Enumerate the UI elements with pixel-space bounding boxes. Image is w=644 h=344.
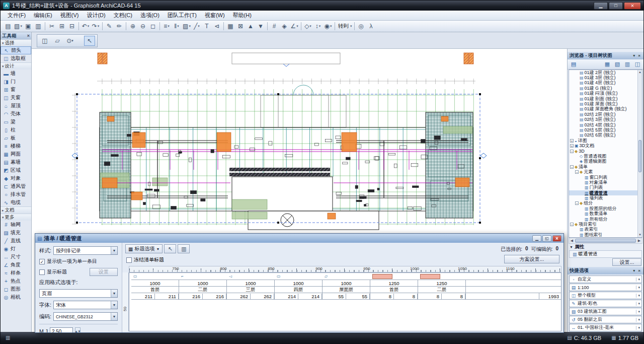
toolbar-layers[interactable]: ≡▾ [162, 22, 172, 31]
tool-shell[interactable]: ◠壳体 [1, 110, 31, 118]
maximize-button[interactable]: □ [609, 2, 623, 10]
toolbox-section-2[interactable]: ▸文档 [1, 207, 31, 214]
dialog-title-bar[interactable]: ▤ 清单 / 暖通管道 ▁ ◱ × [35, 234, 564, 243]
cursor-tool-button[interactable]: ↖ [164, 244, 176, 253]
toolbar-open[interactable]: ▧▾ [13, 22, 23, 31]
tree-horizontal-scrollbar[interactable]: ◀ ▶ [569, 238, 642, 244]
title-bar[interactable]: A 1号楼_结构+建筑+设备 - Graphisoft ArchiCAD-64 … [1, 1, 643, 11]
print-preview-button[interactable]: ▥ [178, 244, 190, 253]
quick-option-custom[interactable]: ◦自定义▾ [569, 276, 642, 283]
toolbar-camera[interactable]: ◉▾ [323, 22, 333, 31]
tool-door[interactable]: ◨门 [1, 78, 31, 86]
mj-input[interactable]: 2.50 [50, 327, 73, 332]
menu-item-1[interactable]: 编辑(E) [30, 11, 56, 20]
tool-skylight[interactable]: ◫天窗 [1, 94, 31, 102]
tool-wall[interactable]: ▬墙 [1, 70, 31, 78]
dialog-close-button[interactable]: × [552, 235, 561, 242]
scroll-up-icon[interactable]: ▲ [638, 70, 642, 75]
tool-stair[interactable]: ≡楼梯 [1, 142, 31, 150]
tree-item-29[interactable]: −◆项目索引 [569, 222, 642, 227]
toolbar-new[interactable]: ▤ [3, 22, 13, 31]
stepper-control[interactable]: ▲▼ [75, 327, 80, 332]
tool-camera[interactable]: ◎相机 [1, 293, 31, 301]
tree-item-18[interactable]: −◆清单 [569, 164, 642, 169]
menu-item-6[interactable]: 团队工作(T) [164, 11, 201, 20]
toolbar-zoom-out[interactable]: ⊖ [138, 22, 148, 31]
headline-settings-button[interactable]: 设置 [90, 268, 118, 276]
quick-options-header[interactable]: 快捷选项 ▾ × [568, 267, 643, 274]
tool-roof[interactable]: ⌂屋顶 [1, 102, 31, 110]
tool-grid[interactable]: #轴网 [1, 221, 31, 229]
tool-zone[interactable]: ◩区域 [1, 166, 31, 174]
toolbar-redo[interactable]: ↷▾ [91, 22, 101, 31]
menu-item-2[interactable]: 视图(V) [56, 11, 83, 20]
toolbar-print[interactable]: ▥ [33, 22, 43, 31]
toolbar-line-types[interactable]: ╱▾ [192, 22, 202, 31]
toolbar-text-style[interactable]: T [202, 22, 212, 31]
tool-dimension[interactable]: ↔尺寸 [1, 253, 31, 261]
quick-option-pen-set[interactable]: ✎建筑-彩色▾ [569, 300, 642, 307]
toolbar-cut[interactable]: ✂ [47, 22, 57, 31]
toolbar-send-backward[interactable]: ▼ [256, 22, 266, 31]
tool-cable[interactable]: ∿电缆 [1, 198, 31, 207]
toolbar-inject-parameters[interactable]: ✏ [114, 22, 124, 31]
toolbox-header[interactable]: 工具箱 × [1, 32, 31, 39]
tree-item-30[interactable]: ▥表索引 [569, 227, 642, 232]
font-select[interactable]: 宋体 ▼ [53, 301, 118, 309]
toolbar-pick-parameters[interactable]: ✎ [104, 22, 114, 31]
toolbar-undo[interactable]: ↶▾ [80, 22, 91, 31]
toolbar-3d-view[interactable]: ◇▾ [303, 22, 313, 31]
menu-item-0[interactable]: 文件(F) [4, 11, 30, 20]
context-arrow-cursor[interactable]: ↖ [84, 36, 95, 46]
quick-option-scale[interactable]: ▤1:100▾ [569, 284, 642, 291]
menu-item-4[interactable]: 文档(C) [110, 11, 136, 20]
scroll-right-icon[interactable]: ▶ [636, 239, 642, 243]
merge-items-checkbox[interactable] [39, 259, 45, 264]
toolbar-fit-in-window[interactable]: ◻ [148, 22, 158, 31]
scheme-settings-button[interactable]: 方案设置... [504, 255, 559, 263]
quick-options-menu-icon[interactable]: ▾ [632, 268, 636, 273]
menu-item-7[interactable]: 视窗(W) [201, 11, 229, 20]
tool-beam[interactable]: ▭梁 [1, 118, 31, 126]
tool-duct[interactable]: ⊏通风管 [1, 182, 31, 190]
quick-options-close-icon[interactable]: × [637, 268, 641, 273]
tree-item-14[interactable]: +▣3D文档 [569, 143, 642, 148]
tool-curtain-wall[interactable]: ▤幕墙 [1, 158, 31, 166]
tool-marquee[interactable]: ◫选取框 [1, 54, 31, 62]
properties-settings-button[interactable]: 设置... [612, 258, 641, 266]
toolbar-guide-lines[interactable]: ∠▾ [289, 22, 299, 31]
tree-vertical-scrollbar[interactable]: ▲ ▼ [637, 70, 642, 237]
navigator-close-icon[interactable]: × [637, 53, 641, 58]
dialog-minimize-button[interactable]: ▁ [532, 235, 541, 242]
tool-object[interactable]: ◆对象 [1, 174, 31, 182]
quick-option-model-filter[interactable]: ◫整个模型▾ [569, 292, 642, 299]
toolbox-section-3[interactable]: ▾更多 [1, 214, 31, 221]
toolbar-paste[interactable]: ⊟ [67, 22, 77, 31]
nav-project-map[interactable]: ▦ [603, 60, 612, 68]
tool-spline[interactable]: ≈样条 [1, 269, 31, 277]
nav-layout-book[interactable]: ▥ [623, 60, 632, 68]
toolbar-lock[interactable]: ⊠ [235, 22, 246, 31]
close-button[interactable]: × [624, 2, 641, 10]
scroll-left-icon[interactable]: ◀ [569, 239, 575, 243]
scroll-down-icon[interactable]: ▼ [638, 233, 642, 237]
toolbox-section-0[interactable]: ▾选择 [1, 39, 31, 46]
toolbar-origin[interactable]: ◎ [356, 22, 366, 31]
tool-angle-dimension[interactable]: ∠角度 [1, 261, 31, 269]
toolbar-save[interactable]: ▣ [23, 22, 33, 31]
nav-publisher[interactable]: ◫ [633, 60, 642, 68]
toolbar-grid-snap[interactable]: # [269, 22, 279, 31]
context-polygon-mode[interactable]: ▱ [52, 36, 63, 46]
properties-section-header[interactable]: ▼ 属性 [568, 244, 643, 250]
show-headline-checkbox[interactable] [39, 269, 45, 275]
toolbar-zoom-in[interactable]: ⊕ [128, 22, 138, 31]
context-marquee-mode[interactable]: ◫ [39, 36, 50, 46]
format-scope-select[interactable]: 页眉 ▼ [39, 289, 118, 298]
quick-option-dimension-standard[interactable]: ↔01. 中国标注-毫米▾ [569, 324, 642, 331]
toolbar-group[interactable]: ▦ [225, 22, 235, 31]
encoding-select[interactable]: CHINESE_GB2312 ▼ [53, 312, 118, 321]
menu-item-5[interactable]: 选项(O) [136, 11, 164, 20]
schedule-table[interactable]: ▭⌐◅▭▱ 1000100010001000100012501250 首层二层三… [129, 272, 561, 331]
tool-window[interactable]: ⊞窗 [1, 86, 31, 94]
tree-item-23[interactable]: ▥暖通管道 [569, 190, 642, 195]
